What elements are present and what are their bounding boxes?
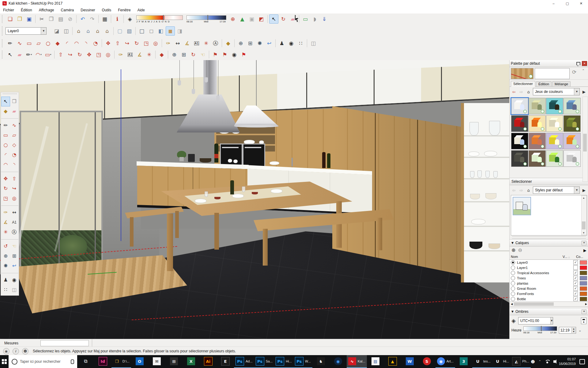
taskbar-app-lens-app[interactable]: ◉ (330, 355, 347, 368)
shadow-toggle-button[interactable]: ◈ (125, 14, 134, 24)
dimension-tool-button[interactable]: ↔ (10, 208, 19, 217)
layers-detail-arrow-icon[interactable]: ▶ (583, 248, 586, 252)
color-collection-dropdown[interactable]: Jeux de couleurs ▼ (533, 88, 580, 95)
measurement-input[interactable] (40, 340, 89, 346)
zoom-window-button[interactable]: ⊞ (179, 50, 188, 59)
rotate-button[interactable]: ↻ (132, 39, 141, 48)
arc-button[interactable]: ◜ (62, 39, 72, 48)
menu-fenetre[interactable]: Fenêtre (118, 8, 130, 12)
paint-bucket-button[interactable]: ◆ (157, 50, 166, 59)
cut-button[interactable]: ✂ (37, 14, 46, 24)
text-button[interactable]: A1 (192, 39, 201, 48)
screen-share-button[interactable]: ▭ (301, 14, 310, 24)
three-point-arc-tool-button[interactable]: ◝ (10, 160, 19, 170)
styles-panel-header[interactable]: Sélectionner (510, 178, 588, 185)
freehand-button[interactable]: ∿ (15, 39, 24, 48)
follow-me-tool-button[interactable]: ↪ (10, 184, 19, 194)
material-swatch-5[interactable] (511, 115, 528, 132)
view-right-button[interactable]: ⌂ (103, 26, 112, 36)
layer-active-radio[interactable] (511, 286, 515, 291)
position-camera-button[interactable]: ♟ (277, 39, 286, 48)
time-spinner[interactable]: 12:19 ▲ ▼ (559, 327, 576, 334)
close-section-icon[interactable]: ✕ (582, 309, 586, 314)
layer-color-chip[interactable] (580, 271, 587, 275)
material-swatch-10[interactable] (529, 133, 546, 149)
material-swatch-2[interactable] (529, 98, 546, 114)
refresh-icon[interactable]: ⟳ (572, 70, 576, 75)
menu-dessiner[interactable]: Dessiner (81, 8, 95, 12)
rotate-tool-button[interactable]: ↻ (1, 184, 10, 194)
zoom-tool-button[interactable]: ⊕ (1, 251, 10, 261)
zoom-button[interactable]: ⊕ (170, 50, 179, 59)
material-swatch-8[interactable] (564, 115, 581, 132)
layer-active-radio[interactable] (511, 292, 515, 296)
zoom-extents-tool-button[interactable]: ✺ (1, 261, 10, 271)
copy-button[interactable]: ❐ (47, 14, 56, 24)
start-button[interactable] (0, 355, 9, 368)
pan-tool-button[interactable]: ☜ (10, 241, 19, 251)
geolocation-icon[interactable]: ◉ (3, 348, 9, 355)
orbit-tool-button[interactable]: ↺ (1, 241, 10, 251)
layer-row-great-room[interactable]: Great Room✓ (510, 286, 588, 291)
taskbar-app-sketchup[interactable]: ∿Kal... (347, 355, 367, 368)
text-button[interactable]: A1 (126, 50, 135, 59)
material-swatch-13[interactable] (511, 150, 528, 167)
chevron-down-icon[interactable]: ⌄ (579, 328, 582, 332)
taskbar-app-indesign[interactable]: Id (94, 355, 111, 368)
chevron-down-icon[interactable]: ▼ (574, 187, 579, 194)
preview-model-button[interactable]: ◩ (257, 14, 266, 24)
tab-melange[interactable]: Mélange (552, 81, 571, 86)
taskbar-search[interactable]: Taper ici pour rechercher (9, 355, 77, 368)
scroll-down-icon[interactable]: ▼ (582, 231, 586, 235)
polygon-button[interactable]: ◆ (53, 39, 62, 48)
model-info-button[interactable]: ℹ (113, 14, 122, 24)
follow-me-button[interactable]: ↪ (123, 39, 132, 48)
spinner-up-icon[interactable]: ▲ (572, 328, 576, 330)
layers-col-visible[interactable]: V... △ (563, 255, 576, 259)
display-section-cuts-button[interactable]: ◫ (62, 26, 71, 36)
text-tool-button[interactable]: A1 (10, 217, 19, 227)
move-tool-button[interactable]: ✥ (1, 174, 10, 184)
scale-button[interactable]: ◳ (94, 50, 103, 59)
style-thumbnail[interactable] (513, 197, 531, 215)
zoom-previous-button[interactable]: ↩ (265, 39, 274, 48)
rectangle-button[interactable]: ▭ (24, 39, 34, 48)
taskbar-app-excel[interactable]: X (183, 355, 200, 368)
three-point-arc-button[interactable]: ◝ (81, 39, 91, 48)
line-flyout-button[interactable]: ✏▾ (24, 50, 34, 59)
zoom-window-button[interactable]: ⊞ (246, 39, 255, 48)
maximize-button[interactable]: ▢ (560, 0, 574, 7)
layers-hscrollbar[interactable]: ◀ ▶ (510, 302, 588, 307)
style-shaded-textures-button[interactable]: ◼ (166, 26, 175, 36)
material-swatch-1[interactable] (511, 98, 528, 114)
line-button[interactable]: ✏ (6, 39, 15, 48)
pin-tool-button[interactable]: ⚑ (211, 50, 220, 59)
taskbar-app-calculator[interactable]: ⊞ (165, 355, 183, 368)
layer-color-chip[interactable] (580, 266, 587, 270)
threed-text-button[interactable]: Ⓐ (211, 39, 220, 48)
layer-visible-checkbox[interactable] (573, 265, 578, 270)
credits-person-icon[interactable]: ☻ (22, 348, 28, 355)
protractor-tool-button[interactable]: ∡ (1, 217, 10, 227)
layer-color-chip[interactable] (580, 297, 587, 301)
layer-active-radio[interactable] (511, 281, 515, 286)
eraser-tool-button[interactable]: ▰ (10, 106, 19, 116)
scrollbar-thumb[interactable] (582, 221, 586, 229)
layer-color-chip[interactable] (580, 292, 587, 296)
select-tool-button[interactable]: ↖ (1, 97, 10, 106)
people-icon[interactable]: ☻ (531, 360, 535, 364)
toolbar-grip[interactable] (2, 39, 4, 48)
home-icon[interactable]: ⌂ (526, 89, 532, 95)
orbit-tool-button[interactable]: ↻ (279, 14, 288, 24)
toolbar-grip[interactable] (2, 51, 4, 58)
taskbar-app-3ds-max[interactable]: 3 (455, 355, 472, 368)
zoom-button[interactable]: ⊕ (236, 39, 245, 48)
scroll-up-icon[interactable]: ⌃ (582, 69, 585, 72)
add-layer-button[interactable]: ⊕ (511, 248, 515, 253)
styles-scrollbar[interactable]: ▲ ▼ (581, 195, 587, 235)
tab-edition[interactable]: Édition (536, 81, 552, 86)
pie-tool-button[interactable]: ◔ (10, 150, 19, 160)
view-top-button[interactable]: ⌂ (84, 26, 93, 36)
chevron-down-icon[interactable]: ▼ (550, 317, 553, 324)
menu-edition[interactable]: Édition (21, 8, 32, 12)
